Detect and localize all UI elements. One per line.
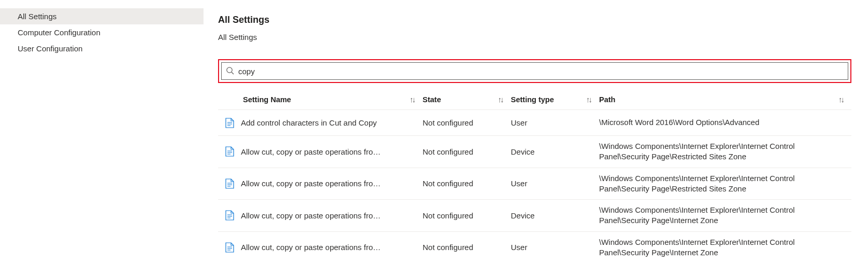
cell-state: Not configured [423,179,511,188]
cell-setting-name: Add control characters in Cut and Copy [241,118,423,127]
cell-state: Not configured [423,211,511,220]
sidebar-item-user-configuration[interactable]: User Configuration [0,40,204,57]
sidebar-item-label: User Configuration [18,44,83,53]
column-path[interactable]: Path ↑↓ [599,95,851,104]
main-panel: All Settings All Settings Setting Name ↑… [204,0,868,262]
search-input[interactable] [238,67,844,76]
search-box[interactable] [221,62,848,80]
svg-line-1 [232,72,234,74]
cell-setting-name: Allow cut, copy or paste operations fro… [241,211,423,220]
page-title: All Settings [218,15,851,25]
document-icon [218,146,241,157]
cell-state: Not configured [423,118,511,127]
table-row[interactable]: Allow cut, copy or paste operations fro…… [218,200,851,232]
table-body: Add control characters in Cut and CopyNo… [218,110,851,262]
document-icon [218,242,241,253]
search-icon [226,66,234,76]
table-row[interactable]: Allow cut, copy or paste operations fro…… [218,168,851,200]
column-state[interactable]: State ↑↓ [423,95,511,104]
cell-setting-name: Allow cut, copy or paste operations fro… [241,147,423,156]
sort-updown-icon: ↑↓ [838,95,843,104]
table-row[interactable]: Add control characters in Cut and CopyNo… [218,110,851,136]
svg-point-0 [227,67,232,72]
cell-setting-name: Allow cut, copy or paste operations fro… [241,179,423,188]
sort-updown-icon: ↑↓ [498,95,503,104]
cell-setting-type: Device [511,211,599,220]
cell-setting-name: Allow cut, copy or paste operations fro… [241,243,423,252]
document-icon [218,118,241,128]
cell-state: Not configured [423,147,511,156]
cell-path: \Windows Components\Internet Explorer\In… [599,237,851,258]
table-header: Setting Name ↑↓ State ↑↓ Setting type ↑↓… [218,89,851,110]
cell-path: \Windows Components\Internet Explorer\In… [599,173,851,195]
breadcrumb: All Settings [218,33,851,42]
cell-setting-type: User [511,179,599,188]
column-label: Setting Name [243,95,291,104]
cell-path: \Windows Components\Internet Explorer\In… [599,205,851,226]
column-label: Path [599,95,615,104]
column-setting-type[interactable]: Setting type ↑↓ [511,95,599,104]
document-icon [218,178,241,189]
sidebar-item-computer-configuration[interactable]: Computer Configuration [0,24,204,40]
sort-updown-icon: ↑↓ [410,95,414,104]
cell-state: Not configured [423,243,511,252]
sidebar-item-label: Computer Configuration [18,28,100,37]
cell-setting-type: User [511,118,599,127]
document-icon [218,210,241,220]
sort-updown-icon: ↑↓ [586,95,591,104]
table-row[interactable]: Allow cut, copy or paste operations fro…… [218,232,851,263]
cell-setting-type: User [511,243,599,252]
table-row[interactable]: Allow cut, copy or paste operations fro…… [218,136,851,168]
column-setting-name[interactable]: Setting Name ↑↓ [241,95,423,104]
column-label: Setting type [511,95,554,104]
sidebar-item-all-settings[interactable]: All Settings [0,8,204,24]
search-highlight-box [218,59,851,83]
sidebar-item-label: All Settings [18,12,57,21]
column-label: State [423,95,441,104]
cell-path: \Microsoft Word 2016\Word Options\Advanc… [599,117,851,128]
cell-path: \Windows Components\Internet Explorer\In… [599,141,851,162]
cell-setting-type: Device [511,147,599,156]
settings-table: Setting Name ↑↓ State ↑↓ Setting type ↑↓… [218,89,851,262]
sidebar: All Settings Computer Configuration User… [0,0,204,262]
